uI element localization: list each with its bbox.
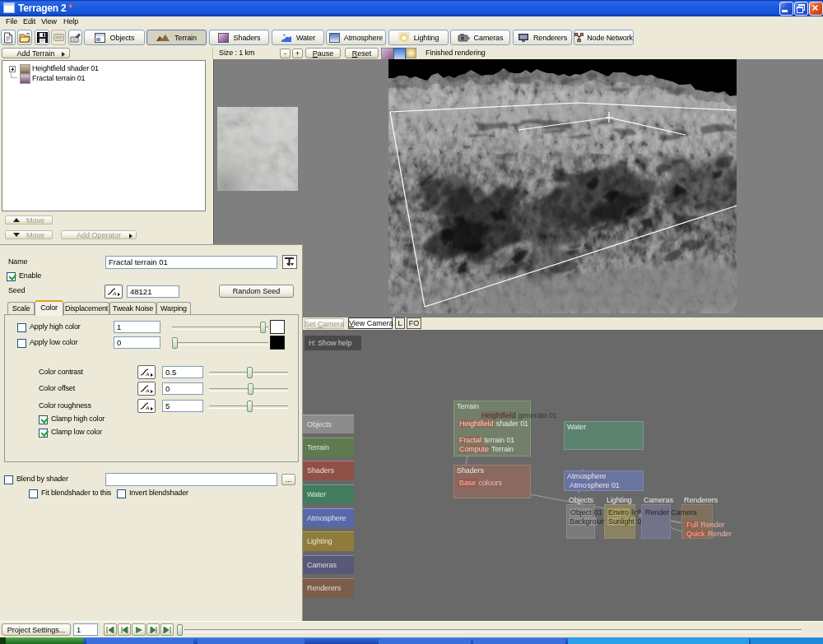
- svg-text:A: A: [145, 405, 150, 411]
- svg-text:A: A: [145, 371, 150, 378]
- svg-text:A: A: [145, 387, 150, 394]
- svg-text:A: A: [112, 290, 117, 297]
